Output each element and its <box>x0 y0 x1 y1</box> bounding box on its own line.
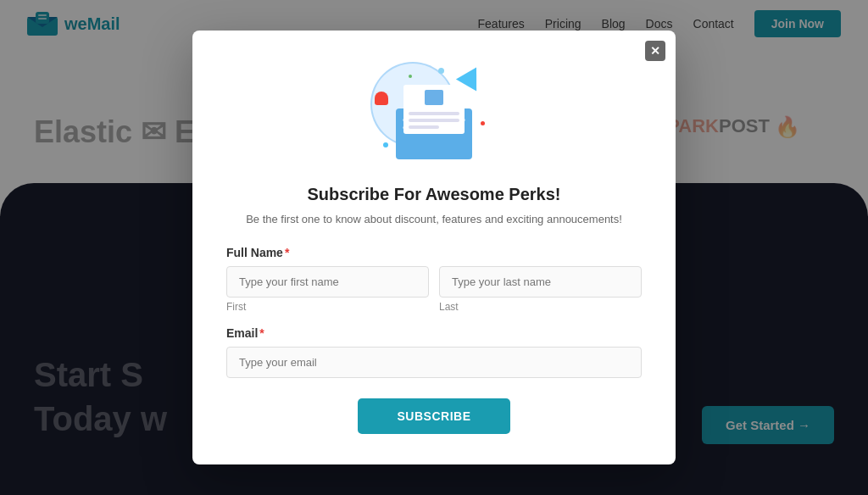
last-name-field: Last <box>439 266 642 313</box>
email-input-wrap <box>226 347 642 378</box>
modal-illustration <box>226 58 642 168</box>
email-label: Email* <box>226 326 642 340</box>
dot-1 <box>438 68 444 74</box>
first-name-field: First <box>226 266 429 313</box>
subscribe-button[interactable]: SUBSCRIBE <box>358 398 510 434</box>
letter-line-2 <box>409 119 459 122</box>
name-fields: First Last <box>226 266 642 313</box>
dot-2 <box>481 121 485 125</box>
email-input[interactable] <box>226 347 642 378</box>
letter-line-1 <box>409 112 459 115</box>
dot-4 <box>409 75 412 78</box>
last-sub-label: Last <box>439 301 642 313</box>
subscribe-form: Full Name* First Last Email* SUBSCRIBE <box>226 246 642 434</box>
full-name-label: Full Name* <box>226 246 642 259</box>
first-sub-label: First <box>226 301 429 313</box>
modal-close-button[interactable]: ✕ <box>645 41 665 61</box>
subscribe-modal: ✕ <box>192 31 676 464</box>
notification-icon <box>375 92 388 105</box>
first-name-input[interactable] <box>226 266 429 298</box>
last-name-input[interactable] <box>439 266 642 298</box>
email-illustration <box>366 58 502 168</box>
modal-title: Subscribe For Awesome Perks! <box>226 185 642 204</box>
letter-line-3 <box>409 125 439 129</box>
letter-icon <box>425 90 443 105</box>
modal-subtitle: Be the first one to know about discount,… <box>226 213 642 225</box>
email-section: Email* <box>226 326 642 378</box>
required-star-name: * <box>285 246 289 259</box>
required-star-email: * <box>259 326 264 340</box>
letter-document <box>403 85 465 134</box>
dot-3 <box>383 142 388 147</box>
